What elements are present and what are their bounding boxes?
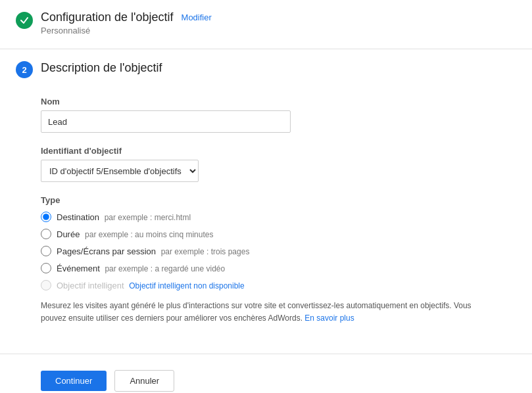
divider-1 — [0, 49, 532, 49]
identifiant-group: Identifiant d'objectif ID d'objectif 5/E… — [41, 146, 516, 182]
type-label: Type — [41, 195, 516, 205]
config-subtitle: Personnalisé — [41, 26, 212, 35]
modifier-link[interactable]: Modifier — [181, 12, 212, 22]
nom-group: Nom — [41, 97, 516, 133]
radio-destination-input[interactable] — [41, 212, 51, 222]
type-group: Type Destination par exemple : merci.htm… — [41, 195, 516, 325]
form-content: Nom Identifiant d'objectif ID d'objectif… — [0, 86, 532, 348]
radio-destination-label[interactable]: Destination par exemple : merci.html — [57, 212, 191, 222]
radio-pages-input[interactable] — [41, 246, 51, 256]
section-description: 2 Description de l'objectif — [0, 55, 532, 86]
page-container: Configuration de l'objectif Modifier Per… — [0, 0, 532, 393]
divider-2 — [0, 354, 532, 354]
radio-duree-input[interactable] — [41, 229, 51, 239]
radio-intelligent-label: Objectif intelligent Objectif intelligen… — [57, 281, 245, 290]
check-icon — [16, 12, 33, 29]
info-text: Mesurez les visites ayant généré le plus… — [41, 300, 475, 325]
radio-pages-label[interactable]: Pages/Écrans par session par exemple : t… — [57, 246, 249, 256]
radio-evenement-label[interactable]: Événement par exemple : a regardé une vi… — [57, 264, 225, 273]
identifiant-select[interactable]: ID d'objectif 5/Ensemble d'objectifs 1 — [41, 160, 199, 182]
radio-intelligent: Objectif intelligent Objectif intelligen… — [41, 280, 516, 290]
en-savoir-plus-link[interactable]: En savoir plus — [304, 313, 354, 323]
buttons-row: Continuer Annuler — [0, 359, 532, 393]
config-content: Configuration de l'objectif Modifier Per… — [41, 11, 212, 35]
radio-duree-label[interactable]: Durée par exemple : au moins cinq minute… — [57, 229, 213, 239]
radio-evenement-input[interactable] — [41, 263, 51, 273]
radio-group: Destination par exemple : merci.html Dur… — [41, 212, 516, 290]
nom-input[interactable] — [41, 110, 291, 133]
radio-evenement: Événement par exemple : a regardé une vi… — [41, 263, 516, 273]
identifiant-label: Identifiant d'objectif — [41, 146, 516, 156]
radio-duree: Durée par exemple : au moins cinq minute… — [41, 229, 516, 239]
nom-label: Nom — [41, 97, 516, 106]
step-2-circle: 2 — [16, 61, 33, 78]
config-title-row: Configuration de l'objectif Modifier — [41, 11, 212, 24]
radio-intelligent-input — [41, 280, 51, 290]
section-config: Configuration de l'objectif Modifier Per… — [0, 0, 532, 43]
section2-title: Description de l'objectif — [41, 60, 162, 75]
annuler-button-1[interactable]: Annuler — [114, 370, 174, 392]
radio-pages: Pages/Écrans par session par exemple : t… — [41, 246, 516, 256]
config-title: Configuration de l'objectif — [41, 11, 174, 24]
continuer-button[interactable]: Continuer — [41, 371, 107, 391]
radio-destination: Destination par exemple : merci.html — [41, 212, 516, 222]
